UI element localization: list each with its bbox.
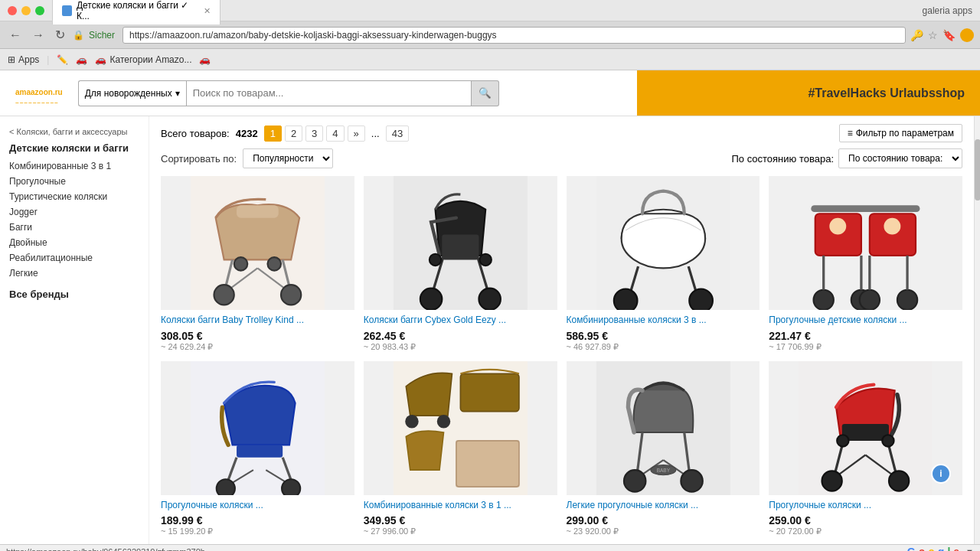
google-e-icon: e [953, 546, 959, 551]
bookmark-edit[interactable]: ✏️ [57, 54, 68, 65]
product-card-5[interactable]: Прогулочные коляски ... 189.99 € ~ 15 19… [161, 361, 354, 537]
site-logo[interactable]: amaazoon.ru ~~~~~~~~~~ [15, 80, 63, 106]
svg-point-7 [281, 285, 301, 305]
url-input[interactable] [122, 27, 906, 44]
bookmark-kategorii[interactable]: 🚗 Категории Amazo... [95, 54, 191, 65]
sidebar-item-progulochnie[interactable]: Прогулочные [0, 174, 149, 189]
sidebar: < Коляски, багги и аксессуары Детские ко… [0, 116, 149, 544]
close-window-button[interactable] [8, 6, 17, 15]
product-image-8: i [769, 361, 962, 495]
apps-icon: ⊞ [8, 54, 15, 65]
total-items-label: Всего товаров: [161, 128, 230, 139]
svg-point-28 [884, 218, 901, 235]
bookmark-apps[interactable]: ⊞ Apps [8, 54, 39, 65]
product-price-rub-1: ~ 24 629.24 ₽ [161, 342, 354, 352]
stroller-svg-6 [364, 361, 557, 495]
stroller-svg-3 [567, 176, 760, 310]
svg-rect-39 [237, 445, 283, 457]
svg-point-68 [837, 435, 848, 446]
page-num-4[interactable]: 4 [326, 126, 344, 142]
svg-point-57 [681, 470, 702, 491]
filter-label: Фильтр по параметрам [856, 128, 954, 139]
bookmark-car[interactable]: 🚗 [76, 54, 87, 65]
bookmark-icon[interactable]: 🔖 [942, 29, 956, 41]
svg-point-8 [234, 257, 248, 271]
condition-select[interactable]: По состоянию товара: Новое Б/у [838, 148, 962, 168]
status-bar-right: G o o g l e ▼ [907, 546, 974, 551]
product-price-rub-7: ~ 23 920.00 ₽ [567, 527, 760, 536]
svg-point-14 [420, 289, 442, 310]
svg-rect-11 [442, 235, 479, 260]
page-num-43[interactable]: 43 [386, 126, 409, 142]
bookmark-separator: | [47, 54, 49, 65]
content-wrapper: < Коляски, багги и аксессуары Детские ко… [0, 116, 980, 544]
sidebar-item-baggi[interactable]: Багги [0, 220, 149, 235]
tab-close-button[interactable]: ✕ [204, 6, 211, 16]
page-num-2[interactable]: 2 [285, 126, 302, 142]
browser-menu-right: galeria apps [923, 5, 972, 16]
tab-bar: Детские коляски и багги ✓ К... ✕ [52, 0, 923, 24]
product-price-7: 299.00 € [567, 514, 760, 527]
maximize-window-button[interactable] [35, 6, 44, 15]
main-content: Всего товаров: 4232 1 2 3 4 » ... 43 ≡ Ф… [149, 116, 974, 544]
search-input[interactable] [186, 80, 472, 106]
filter-button[interactable]: ≡ Фильтр по параметрам [839, 124, 962, 142]
svg-point-6 [214, 285, 234, 305]
svg-point-22 [613, 289, 637, 310]
sidebar-item-combined3in1[interactable]: Комбинированные 3 в 1 [0, 158, 149, 174]
product-card-8[interactable]: i Прогулочные коляски ... 259.00 € ~ 20 … [769, 361, 962, 537]
sidebar-item-tourist[interactable]: Туристические коляски [0, 189, 149, 204]
sort-bar: Сортировать по: Популярности Цене Назван… [161, 148, 962, 168]
active-tab[interactable]: Детские коляски и багги ✓ К... ✕ [52, 0, 220, 24]
product-title-6: Комбинированные коляски 3 в 1 ... [364, 500, 557, 512]
product-title-8: Прогулочные коляски ... [769, 500, 962, 512]
search-button[interactable]: 🔍 [472, 80, 499, 106]
product-image-3 [567, 176, 760, 310]
product-image-5 [161, 361, 354, 495]
svg-point-17 [479, 254, 491, 266]
condition-label: По состоянию товара: [731, 153, 834, 165]
star-icon[interactable]: ☆ [928, 29, 938, 41]
page-num-3[interactable]: 3 [305, 126, 323, 142]
sort-select[interactable]: Популярности Цене Названию [243, 148, 333, 168]
page-num-1[interactable]: 1 [264, 126, 282, 142]
product-card-4[interactable]: Прогулочные детские коляски ... 221.47 €… [769, 176, 962, 352]
sidebar-item-legkie[interactable]: Легкие [0, 266, 149, 281]
product-card-1[interactable]: Коляски багги Baby Trolley Kind ... 308.… [161, 176, 354, 352]
sidebar-item-dvoynie[interactable]: Двойные [0, 235, 149, 250]
svg-point-66 [822, 471, 842, 491]
secure-icon: 🔒 [73, 30, 84, 41]
status-url: https://amaazoon.ru/baby/96456220310/zfy… [6, 547, 205, 551]
product-card-6[interactable]: Комбинированные коляски 3 в 1 ... 349.95… [364, 361, 557, 537]
scrollbar-track[interactable] [974, 116, 980, 544]
product-price-1: 308.05 € [161, 330, 354, 342]
logo-tagline: ~~~~~~~~~~ [15, 99, 63, 106]
sort-label: Сортировать по: [161, 153, 237, 165]
extra-icon: 🚗 [199, 54, 211, 65]
sidebar-back-link[interactable]: < Коляски, багги и аксессуары [0, 124, 149, 139]
forward-button[interactable]: → [29, 27, 47, 44]
product-card-3[interactable]: Комбинированные коляски 3 в ... 586.95 €… [567, 176, 760, 352]
top-bar: Всего товаров: 4232 1 2 3 4 » ... 43 ≡ Ф… [161, 124, 962, 142]
svg-point-45 [282, 479, 300, 495]
reload-button[interactable]: ↻ [52, 26, 68, 44]
sidebar-item-reabil[interactable]: Реабилитационные [0, 250, 149, 266]
product-title-5: Прогулочные коляски ... [161, 500, 354, 512]
key-icon: 🔑 [910, 29, 923, 41]
sidebar-brands[interactable]: Все бренды [0, 281, 149, 303]
bookmark-extra[interactable]: 🚗 [199, 54, 211, 65]
stroller-svg-1 [161, 176, 354, 310]
product-card-7[interactable]: BABY Легкие прогулочные коляски ... 299.… [567, 361, 760, 537]
product-price-4: 221.47 € [769, 330, 962, 342]
product-card-2[interactable]: Коляски багги Cybex Gold Eezy ... 262.45… [364, 176, 557, 352]
scrollbar-thumb[interactable] [975, 139, 980, 201]
minimize-window-button[interactable] [21, 6, 31, 15]
svg-point-23 [689, 289, 713, 310]
product-title-3: Комбинированные коляски 3 в ... [567, 315, 760, 327]
search-category-dropdown[interactable]: Для новорожденных ▾ [78, 80, 186, 106]
scroll-down-icon[interactable]: ▼ [965, 547, 974, 551]
product-title-2: Коляски багги Cybex Gold Eezy ... [364, 315, 557, 327]
page-next-btn[interactable]: » [348, 126, 365, 142]
back-button[interactable]: ← [6, 27, 24, 44]
sidebar-item-jogger[interactable]: Jogger [0, 204, 149, 220]
